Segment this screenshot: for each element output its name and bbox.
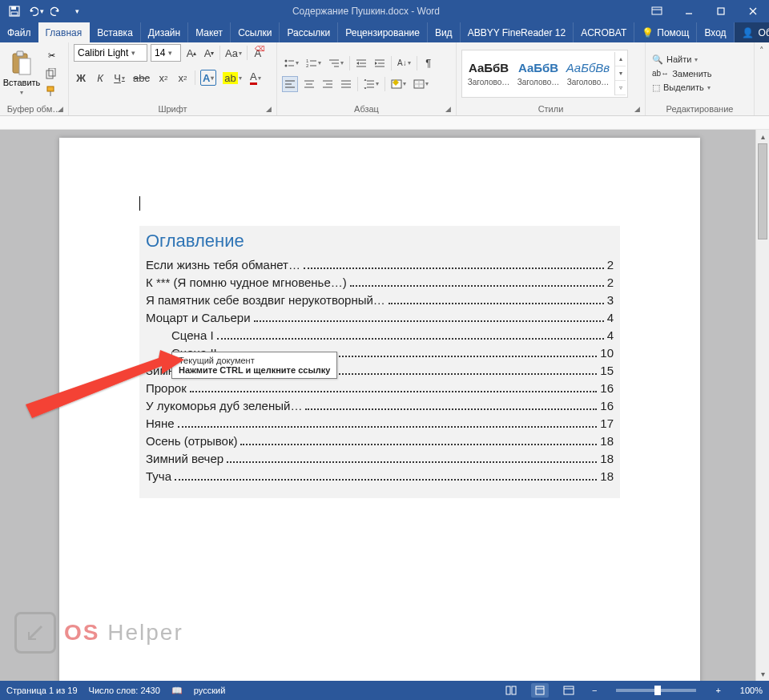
tab-home[interactable]: Главная	[38, 22, 91, 42]
tab-review[interactable]: Рецензирование	[338, 22, 428, 42]
tab-design[interactable]: Дизайн	[141, 22, 188, 42]
page-indicator[interactable]: Страница 1 из 19	[6, 686, 78, 695]
cut-button[interactable]: ✂	[43, 49, 59, 63]
show-marks-button[interactable]: ¶	[421, 55, 436, 71]
style-gallery[interactable]: АаБбВЗаголово…АаБбВЗаголово…АаБбВвЗаголо…	[461, 50, 628, 98]
multilevel-button[interactable]	[327, 55, 345, 71]
toc-entry[interactable]: Няне17	[144, 416, 615, 430]
collapse-ribbon-button[interactable]: ˄	[759, 46, 764, 56]
style-item-0[interactable]: АаБбВЗаголово…	[464, 52, 513, 95]
align-right-button[interactable]	[320, 76, 335, 92]
tab-layout[interactable]: Макет	[188, 22, 231, 42]
bullets-button[interactable]	[282, 55, 300, 71]
toc-entry[interactable]: К *** (Я помню чудное мгновенье…)2	[144, 276, 615, 289]
font-name-combo[interactable]: Calibri Light▾	[74, 44, 147, 62]
bold-button[interactable]: Ж	[74, 70, 88, 86]
numbering-button[interactable]: 12	[304, 55, 323, 71]
undo-button[interactable]	[26, 2, 45, 21]
tell-me[interactable]: 💡Помощ	[634, 22, 697, 42]
gallery-down[interactable]: ▾	[615, 66, 626, 81]
svg-rect-2	[11, 12, 18, 15]
scroll-down-button[interactable]: ▾	[756, 667, 769, 681]
font-size-combo[interactable]: 14▾	[151, 44, 181, 62]
tab-references[interactable]: Ссылки	[231, 22, 280, 42]
gallery-more[interactable]: ▿	[615, 81, 626, 95]
toc-entry[interactable]: Я памятник себе воздвиг нерукотворный…3	[144, 293, 615, 307]
toc-entry[interactable]: У лукоморья дуб зеленый…16	[144, 399, 615, 412]
format-painter-button[interactable]	[43, 84, 59, 99]
toc-entry[interactable]: Пророк16	[144, 381, 615, 395]
tab-mailings[interactable]: Рассылки	[280, 22, 338, 42]
language-indicator[interactable]: русский	[194, 686, 225, 695]
styles-dialog-launcher[interactable]: ◢	[634, 105, 640, 113]
style-item-2[interactable]: АаБбВвЗаголово…	[563, 52, 613, 95]
svg-rect-13	[49, 68, 55, 76]
superscript-button[interactable]: x2	[175, 70, 190, 86]
increase-indent-button[interactable]	[372, 55, 387, 71]
close-button[interactable]	[737, 0, 769, 22]
strikethrough-button[interactable]: abc	[131, 70, 151, 86]
justify-button[interactable]	[339, 76, 353, 92]
minimize-button[interactable]	[673, 0, 705, 22]
font-color-button[interactable]: A	[248, 70, 263, 86]
toc-entry[interactable]: Зимний вечер18	[144, 452, 615, 465]
copy-button[interactable]	[43, 66, 59, 81]
sort-button[interactable]: A↓	[396, 55, 413, 71]
paste-button[interactable]: Вставить ▾	[5, 50, 38, 96]
print-layout-button[interactable]	[531, 683, 549, 698]
zoom-slider[interactable]	[616, 689, 696, 692]
replace-button[interactable]: ab↔Заменить	[650, 68, 714, 79]
zoom-level[interactable]: 100%	[740, 686, 763, 695]
scroll-thumb[interactable]	[758, 143, 767, 239]
gallery-up[interactable]: ▴	[615, 52, 626, 66]
document-area[interactable]: Оглавление Если жизнь тебя обманет…2К **…	[0, 130, 755, 681]
italic-button[interactable]: К	[93, 70, 107, 86]
align-left-button[interactable]	[282, 76, 298, 92]
clipboard-dialog-launcher[interactable]: ◢	[58, 105, 63, 113]
toc-entry[interactable]: Если жизнь тебя обманет…2	[144, 258, 615, 272]
tab-acrobat[interactable]: ACROBAT	[574, 22, 634, 42]
web-layout-button[interactable]	[560, 683, 578, 698]
paragraph-dialog-launcher[interactable]: ◢	[445, 105, 451, 113]
zoom-in-button[interactable]: +	[712, 686, 723, 695]
vertical-scrollbar[interactable]: ▴ ▾	[755, 130, 769, 681]
toc-entry[interactable]: Осень (отрывок)18	[144, 434, 615, 448]
tab-file[interactable]: Файл	[0, 22, 38, 42]
qat-dropdown[interactable]: ▾	[67, 2, 87, 21]
line-spacing-button[interactable]	[362, 76, 380, 92]
redo-button[interactable]	[46, 2, 66, 21]
text-effects-button[interactable]: A	[200, 70, 216, 86]
read-mode-button[interactable]	[502, 683, 520, 698]
grow-font-button[interactable]: A▴	[184, 45, 199, 61]
highlight-button[interactable]: ab	[221, 70, 243, 86]
ribbon-display-options[interactable]	[641, 0, 673, 22]
style-item-1[interactable]: АаБбВЗаголово…	[513, 52, 563, 95]
select-button[interactable]: ⬚Выделить▾	[650, 82, 714, 94]
toc-entry[interactable]: Туча18	[144, 469, 615, 483]
signin-button[interactable]: Вход	[697, 22, 734, 42]
shading-button[interactable]	[389, 76, 408, 92]
proofing-button[interactable]: 📖	[171, 686, 183, 696]
align-center-button[interactable]	[302, 76, 316, 92]
font-dialog-launcher[interactable]: ◢	[266, 105, 272, 113]
word-count[interactable]: Число слов: 2430	[89, 686, 160, 695]
subscript-button[interactable]: x2	[156, 70, 171, 86]
shrink-font-button[interactable]: A▾	[202, 45, 216, 61]
ruler-horizontal[interactable]	[0, 116, 769, 130]
change-case-button[interactable]: Aa	[223, 45, 244, 61]
save-button[interactable]	[5, 2, 24, 21]
tab-view[interactable]: Вид	[428, 22, 461, 42]
toc-entry[interactable]: Моцарт и Сальери4	[144, 311, 615, 324]
borders-button[interactable]	[412, 76, 430, 92]
share-button[interactable]: 👤Общий доступ	[735, 22, 769, 42]
clear-formatting-button[interactable]: A⌫	[251, 45, 265, 61]
find-button[interactable]: 🔍Найти▾	[650, 54, 714, 66]
toc-entry[interactable]: Сцена I4	[144, 328, 615, 342]
tab-finereader[interactable]: ABBYY FineReader 12	[461, 22, 574, 42]
scroll-up-button[interactable]: ▴	[756, 130, 769, 143]
zoom-out-button[interactable]: −	[589, 686, 600, 695]
decrease-indent-button[interactable]	[354, 55, 368, 71]
tab-insert[interactable]: Вставка	[90, 22, 141, 42]
maximize-button[interactable]	[705, 0, 737, 22]
underline-button[interactable]: Ч	[112, 70, 127, 86]
